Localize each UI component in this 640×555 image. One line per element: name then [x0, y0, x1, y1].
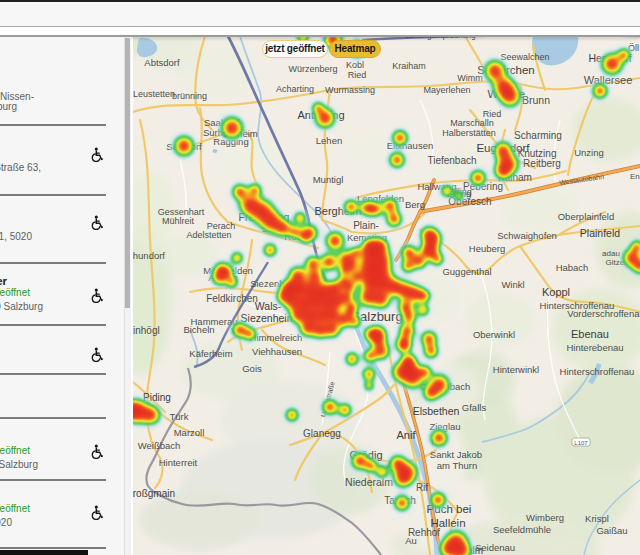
svg-text:Feldkirchen: Feldkirchen [206, 293, 258, 304]
svg-text:Abtsdorf: Abtsdorf [144, 57, 180, 68]
svg-text:Gfalls: Gfalls [462, 402, 487, 413]
svg-text:Tiefenbach: Tiefenbach [427, 155, 476, 166]
svg-text:Seefeldmühle: Seefeldmühle [493, 524, 551, 535]
svg-text:Wimm: Wimm [457, 73, 483, 83]
svg-text:Guggenthal: Guggenthal [442, 266, 491, 277]
svg-text:Viehhausen: Viehhausen [252, 346, 302, 357]
svg-text:Leustetten: Leustetten [133, 89, 175, 99]
svg-text:Mühlreit: Mühlreit [162, 216, 195, 226]
svg-text:Marzoll: Marzoll [174, 427, 205, 438]
svg-text:am Thurn: am Thurn [437, 460, 477, 471]
svg-text:Vorderschroffenau: Vorderschroffenau [567, 308, 640, 319]
svg-text:Acharting: Acharting [276, 84, 314, 94]
svg-text:Winkl: Winkl [501, 279, 524, 290]
svg-text:Brunn: Brunn [522, 94, 550, 106]
svg-text:Krispl: Krispl [585, 513, 609, 524]
svg-text:Käferheim: Käferheim [189, 348, 232, 359]
svg-text:Sankt Jakob: Sankt Jakob [430, 449, 482, 460]
svg-text:Adelstetten: Adelstetten [186, 230, 231, 240]
svg-text:Türk: Türk [170, 411, 189, 422]
svg-text:Elsbethen: Elsbethen [413, 405, 460, 417]
svg-text:Anif: Anif [397, 429, 417, 441]
svg-text:Glanegg: Glanegg [303, 428, 341, 439]
svg-text:adau: adau [602, 249, 620, 258]
svg-text:inhögl: inhögl [133, 325, 160, 336]
svg-text:Mayerlehen: Mayerlehen [423, 85, 470, 95]
svg-text:Ried: Ried [348, 70, 367, 80]
svg-text:Hinterreit: Hinterreit [159, 457, 198, 468]
svg-text:Gaißau: Gaißau [596, 525, 627, 536]
svg-text:Seidenau: Seidenau [475, 542, 515, 553]
svg-text:Hinterebenau: Hinterebenau [566, 342, 623, 353]
svg-text:Weißbach: Weißbach [138, 440, 181, 451]
svg-text:Seewalchen: Seewalchen [500, 52, 549, 62]
svg-text:Kraiham: Kraiham [392, 61, 426, 71]
svg-text:Bicheln: Bicheln [183, 324, 214, 335]
svg-text:Halberstätten: Halberstätten [442, 128, 496, 138]
svg-text:Rif: Rif [416, 482, 428, 493]
svg-text:Hinterschroffenau: Hinterschroffenau [560, 366, 635, 377]
svg-text:Großgmain: Großgmain [133, 488, 175, 499]
svg-text:Berg: Berg [405, 199, 425, 210]
svg-text:Hinterwinkl: Hinterwinkl [493, 364, 539, 375]
svg-text:Oberplainfeld: Oberplainfeld [558, 211, 615, 222]
svg-text:Ebenau: Ebenau [571, 328, 609, 340]
svg-text:Thundorf: Thundorf [133, 250, 165, 261]
svg-text:Gois: Gois [242, 363, 262, 374]
svg-text:Plain-: Plain- [353, 220, 379, 231]
svg-text:Muntigl: Muntigl [313, 174, 344, 185]
svg-text:Kobl: Kobl [346, 60, 364, 70]
svg-text:brünning: brünning [172, 91, 207, 101]
svg-text:Oberwinkl: Oberwinkl [473, 329, 515, 340]
svg-text:Würzenberg: Würzenberg [288, 64, 337, 74]
svg-text:Unzing: Unzing [574, 147, 604, 158]
svg-text:Enzers: Enzers [630, 172, 640, 181]
svg-text:Wurmassing: Wurmassing [325, 85, 375, 95]
svg-text:Lehen: Lehen [316, 135, 342, 146]
svg-text:Habach: Habach [556, 262, 589, 273]
svg-text:Wimberg: Wimberg [526, 512, 564, 523]
svg-text:Marschalln: Marschalln [450, 118, 494, 128]
svg-text:Schwaighofen: Schwaighofen [497, 230, 557, 241]
svg-text:L107: L107 [574, 440, 588, 446]
svg-text:Reitberg: Reitberg [523, 158, 561, 169]
svg-text:Koppl: Koppl [542, 286, 570, 298]
svg-text:Au: Au [405, 535, 417, 546]
svg-text:Plainfeld: Plainfeld [580, 227, 620, 239]
svg-text:Scharming: Scharming [514, 130, 562, 141]
svg-text:Heuberg: Heuberg [469, 243, 505, 254]
